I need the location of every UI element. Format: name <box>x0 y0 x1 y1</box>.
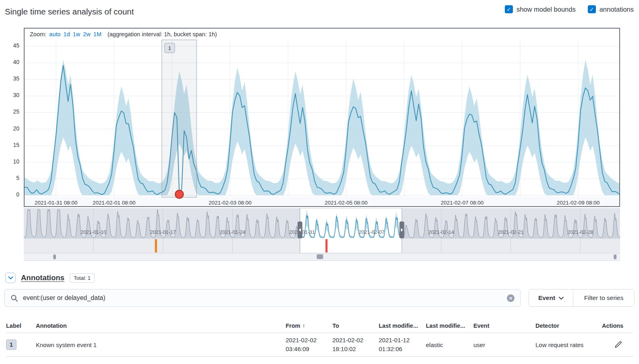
checkbox-show-model-bounds[interactable]: ✓ show model bounds <box>505 5 576 13</box>
navigator-date-label: 2021-02-07 <box>359 230 384 235</box>
model-bounds-area <box>25 60 619 195</box>
search-input[interactable]: event:(user or delayed_data) <box>23 294 106 302</box>
annotation-from: 2021-02-02 03:46:09 <box>286 336 332 354</box>
y-axis-label: 25 <box>0 108 19 115</box>
annotation-event: user <box>473 341 535 348</box>
annotations-table: Label Annotation From ↑ To Last modifie.… <box>6 319 633 357</box>
chevron-down-icon <box>559 297 564 300</box>
navigator-date-label: 2021-02-14 <box>428 230 454 235</box>
anomaly-marker[interactable] <box>175 190 183 199</box>
column-header-last-modified-by[interactable]: Last modifie... <box>426 323 473 329</box>
annotation-text: Known system event 1 <box>36 341 286 348</box>
column-header-from[interactable]: From ↑ <box>286 323 332 329</box>
column-header-actions: Actions <box>602 323 635 329</box>
checkbox-checked-icon: ✓ <box>588 5 596 13</box>
y-axis-label: 35 <box>0 75 19 82</box>
annotation-region-label-text: 1 <box>168 45 171 51</box>
navigator-date-label: 2021-01-10 <box>81 230 106 235</box>
annotations-search-field[interactable]: event:(user or delayed_data) × <box>4 289 521 307</box>
y-axis-label: 10 <box>0 158 19 165</box>
annotation-last-modified-date: 2021-01-12 01:32:06 <box>379 336 426 354</box>
annotation-detector: Low request rates <box>535 341 602 348</box>
column-header-event[interactable]: Event <box>473 323 535 329</box>
y-axis-label: 5 <box>0 175 19 181</box>
zoom-option-1d[interactable]: 1d <box>63 31 70 37</box>
x-axis-label: 2021-02-09 08:00 <box>557 200 600 206</box>
navigator-date-label: 2021-02-21 <box>498 230 524 235</box>
navigator-date-label: 2021-01-17 <box>150 230 176 235</box>
x-axis-label: 2021-02-05 08:00 <box>325 200 368 206</box>
column-header-annotation[interactable]: Annotation <box>36 323 286 329</box>
y-axis-label: 20 <box>0 125 19 132</box>
table-row[interactable]: 1 Known system event 1 2021-02-02 03:46:… <box>6 333 633 357</box>
y-axis-label: 30 <box>0 92 19 98</box>
column-header-to[interactable]: To <box>332 323 379 329</box>
annotation-last-modified-by: elastic <box>426 341 473 348</box>
pencil-icon <box>614 341 622 348</box>
column-header-last-modified-date[interactable]: Last modifie... <box>379 323 426 329</box>
annotation-tick-marker[interactable] <box>326 239 328 252</box>
x-axis-label: 2021-02-03 08:00 <box>209 200 252 206</box>
zoom-label: Zoom: <box>30 31 46 37</box>
annotations-toolbar: event:(user or delayed_data) × Event Fil… <box>4 289 635 307</box>
timeseries-chart-panel: Zoom:auto1d1w2w1M(aggregation interval: … <box>24 28 620 207</box>
checkbox-annotations[interactable]: ✓ annotations <box>588 5 634 13</box>
chevron-down-icon <box>8 276 13 279</box>
scrollbar-end-handle[interactable] <box>53 254 56 259</box>
zoom-controls: Zoom:auto1d1w2w1M(aggregation interval: … <box>30 31 217 37</box>
annotation-label-badge: 1 <box>6 339 17 350</box>
y-axis-label: 40 <box>0 59 19 65</box>
annotation-to: 2021-02-02 18:10:02 <box>332 336 379 354</box>
chart-toggles: ✓ show model bounds ✓ annotations <box>505 5 634 13</box>
clear-search-button[interactable]: × <box>507 294 515 302</box>
annotations-section-header: Annotations Total: 1 <box>5 272 95 283</box>
filter-button-group: Event Filter to series <box>529 289 635 307</box>
annotation-tick-marker[interactable] <box>155 239 157 252</box>
x-axis-label: 2021-02-07 08:00 <box>441 200 484 206</box>
sort-ascending-icon: ↑ <box>302 323 305 329</box>
y-axis-label: 0 <box>0 191 19 198</box>
column-header-detector[interactable]: Detector <box>535 323 602 329</box>
annotation-region[interactable] <box>162 40 197 197</box>
x-axis-label: 2021-02-01 08:00 <box>93 200 136 206</box>
checkbox-label: show model bounds <box>517 6 576 13</box>
edit-annotation-button[interactable] <box>614 341 622 348</box>
scrollbar-end-handle[interactable] <box>614 254 616 259</box>
aggregation-interval-label: (aggregation interval: 1h, bucket span: … <box>108 31 217 37</box>
scrollbar-thumb[interactable] <box>317 254 323 259</box>
timeseries-chart[interactable]: 12021-01-31 08:002021-02-01 08:002021-02… <box>25 29 619 206</box>
search-icon <box>10 294 18 302</box>
checkbox-label: annotations <box>600 6 634 13</box>
column-header-label[interactable]: Label <box>6 323 36 329</box>
zoom-option-1w[interactable]: 1w <box>73 31 80 37</box>
collapse-annotations-button[interactable] <box>5 273 16 283</box>
table-header-row: Label Annotation From ↑ To Last modifie.… <box>6 319 633 333</box>
navigator-date-label: 2021-01-24 <box>220 230 245 235</box>
x-axis-label: 2021-01-31 08:00 <box>35 200 78 206</box>
clear-icon: × <box>509 296 512 301</box>
checkbox-checked-icon: ✓ <box>505 5 513 13</box>
context-navigator-chart[interactable]: 2021-01-102021-01-172021-01-242021-01-31… <box>24 208 620 261</box>
annotations-total-badge: Total: 1 <box>70 273 95 283</box>
annotations-heading: Annotations <box>21 273 64 282</box>
zoom-option-auto[interactable]: auto <box>49 31 60 37</box>
page-title: Single time series analysis of count <box>5 7 134 17</box>
y-axis-label: 15 <box>0 142 19 148</box>
event-filter-dropdown[interactable]: Event <box>529 290 573 306</box>
filter-to-series-button[interactable]: Filter to series <box>573 290 634 306</box>
zoom-option-1M[interactable]: 1M <box>93 31 102 37</box>
y-axis-label: 45 <box>0 42 19 49</box>
zoom-option-2w[interactable]: 2w <box>83 31 91 37</box>
navigator-date-label: 2021-02-28 <box>567 230 593 235</box>
